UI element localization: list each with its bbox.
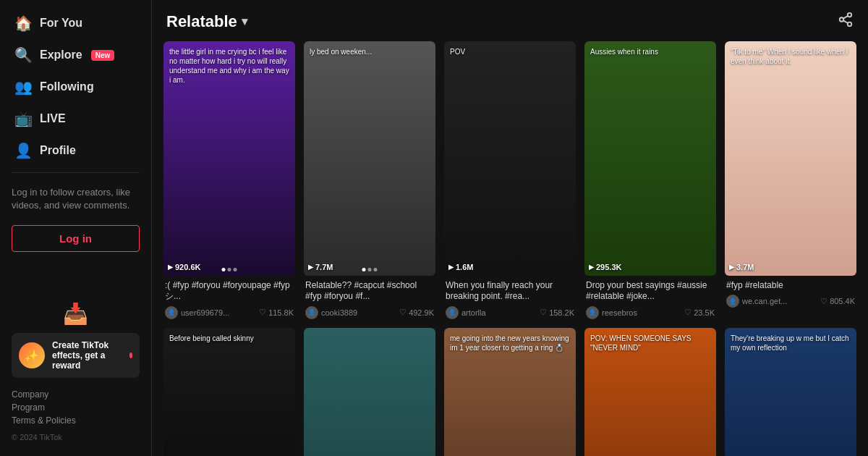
company-link[interactable]: Company <box>12 389 140 400</box>
author-name: we.can.get... <box>742 297 787 305</box>
sidebar-item-profile[interactable]: 👤 Profile <box>3 135 148 166</box>
play-icon: ▶ <box>308 263 313 271</box>
video-thumbnail: Aussies when it rains ▶ 295.3K <box>584 41 716 276</box>
video-thumbnail: "Tik to me" When I sound like when I eve… <box>725 41 856 276</box>
terms-link[interactable]: Terms & Policies <box>12 415 140 426</box>
dot <box>228 268 231 271</box>
video-author: 👤 reesebros <box>586 306 637 319</box>
video-card-9[interactable]: POV: WHEN SOMEONE SAYS "NEVER MIND" ▶ 5M <box>584 328 716 456</box>
video-meta: 👤 we.can.get... ♡ 805.4K <box>726 295 855 308</box>
play-icon: ▶ <box>168 263 173 271</box>
video-grid: the little girl in me crying bc i feel l… <box>163 41 856 456</box>
following-icon: 👥 <box>14 78 33 96</box>
video-likes: ♡ 492.9K <box>399 308 434 317</box>
video-info: Relatable?? #capcut #school #fyp #foryou… <box>304 276 435 319</box>
like-count: 492.9K <box>409 308 434 317</box>
video-overlay-text: "Tik to me" When I sound like when I eve… <box>731 47 851 66</box>
svg-line-3 <box>843 20 848 23</box>
sidebar-item-explore[interactable]: 🔍 Explore New <box>3 39 148 71</box>
video-card-1[interactable]: the little girl in me crying bc i feel l… <box>163 41 295 319</box>
sidebar: 🏠 For You 🔍 Explore New 👥 Following 📺 LI… <box>0 0 152 456</box>
video-author: 👤 user699679... <box>165 306 229 319</box>
video-description: Drop your best sayings #aussie #relatabl… <box>586 280 715 303</box>
live-icon: 📺 <box>14 110 33 127</box>
video-meta: 👤 user699679... ♡ 115.8K <box>165 306 294 319</box>
video-thumbnail: Before being called skinny ▶ 5.4M <box>163 328 295 456</box>
main-content: Relatable ▾ the little girl in me crying… <box>152 0 868 456</box>
play-count: ▶ 7.7M <box>308 263 333 271</box>
play-count: ▶ 920.6K <box>168 263 200 271</box>
play-count-value: 3.7M <box>736 263 754 271</box>
dot <box>362 268 366 271</box>
video-card-10[interactable]: They're breaking up w me but I catch my … <box>725 328 856 456</box>
sidebar-bottom: 📥 ✨ Create TikTok effects, get a reward … <box>0 266 151 449</box>
play-count: ▶ 3.7M <box>729 263 754 271</box>
effects-label: Create TikTok effects, get a reward <box>52 340 122 371</box>
dot <box>368 268 372 271</box>
video-info: :( #fyp #foryou #foryoupage #fyp シ... 👤 … <box>163 276 295 319</box>
video-description: :( #fyp #foryou #foryoupage #fyp シ... <box>165 280 294 303</box>
author-name: cooki3889 <box>321 308 357 317</box>
like-count: 805.4K <box>830 297 855 305</box>
login-button[interactable]: Log in <box>12 225 140 252</box>
video-thumbnail: me going into the new years knowing im 1… <box>444 328 576 456</box>
sidebar-item-for-you[interactable]: 🏠 For You <box>3 7 148 39</box>
svg-line-4 <box>843 16 848 19</box>
share-button[interactable] <box>838 12 854 31</box>
inbox-icon: 📥 <box>63 302 88 326</box>
effects-banner[interactable]: ✨ Create TikTok effects, get a reward <box>12 333 140 378</box>
video-overlay-text: the little girl in me crying bc i feel l… <box>169 47 289 85</box>
play-icon: ▶ <box>448 263 454 271</box>
author-name: user699679... <box>181 308 229 317</box>
heart-icon: ♡ <box>820 297 827 306</box>
video-likes: ♡ 115.8K <box>259 308 294 317</box>
author-avatar: 👤 <box>165 306 178 319</box>
video-description: When you finally reach your breaking poi… <box>446 280 574 303</box>
video-card-5[interactable]: "Tik to me" When I sound like when I eve… <box>725 41 856 319</box>
video-thumbnail: ly bed on weeken... ▶ 7.7M <box>304 41 435 276</box>
video-thumbnail: POV ▶ 1.6M <box>444 41 576 276</box>
video-author: 👤 artorlla <box>446 306 486 319</box>
like-count: 115.8K <box>268 308 294 317</box>
effects-icon: ✨ <box>19 342 45 368</box>
play-icon: ▶ <box>729 263 734 271</box>
video-card-2[interactable]: ly bed on weeken... ▶ 7.7M Relatable?? #… <box>304 41 435 319</box>
video-overlay-text: They're breaking up w me but I catch my … <box>731 334 851 352</box>
video-meta: 👤 artorlla ♡ 158.2K <box>446 306 574 319</box>
author-avatar: 👤 <box>726 295 739 308</box>
dot <box>374 268 378 271</box>
video-card-6[interactable]: Before being called skinny ▶ 5.4M <box>163 328 295 456</box>
effects-notification-dot <box>129 352 132 358</box>
video-likes: ♡ 158.2K <box>540 308 574 317</box>
like-count: 23.5K <box>694 308 715 317</box>
sidebar-item-live[interactable]: 📺 LIVE <box>3 103 148 135</box>
sidebar-item-following[interactable]: 👥 Following <box>3 71 148 103</box>
explore-icon: 🔍 <box>14 46 33 64</box>
heart-icon: ♡ <box>399 308 407 317</box>
home-icon: 🏠 <box>14 14 33 32</box>
video-likes: ♡ 23.5K <box>684 308 715 317</box>
program-link[interactable]: Program <box>12 402 140 413</box>
thumb-background <box>163 328 295 456</box>
video-card-8[interactable]: me going into the new years knowing im 1… <box>444 328 576 456</box>
video-info: When you finally reach your breaking poi… <box>444 276 576 319</box>
video-card-3[interactable]: POV ▶ 1.6M When you finally reach your b… <box>444 41 576 319</box>
video-card-7[interactable]: ▶ 14.9M <box>304 328 435 456</box>
play-count-value: 7.7M <box>315 263 333 271</box>
video-card-4[interactable]: Aussies when it rains ▶ 295.3K Drop your… <box>584 41 716 319</box>
sidebar-links: Company Program Terms & Policies © 2024 … <box>12 389 140 442</box>
dots-indicator <box>362 268 378 271</box>
video-meta: 👤 reesebros ♡ 23.5K <box>586 306 715 319</box>
dropdown-chevron-icon[interactable]: ▾ <box>242 14 247 28</box>
play-icon: ▶ <box>589 263 594 271</box>
play-count: ▶ 1.6M <box>448 263 473 271</box>
video-thumbnail: ▶ 14.9M <box>304 328 435 456</box>
profile-icon: 👤 <box>14 142 33 159</box>
heart-icon: ♡ <box>684 308 692 317</box>
dot <box>222 268 226 271</box>
video-overlay-text: Before being called skinny <box>169 334 289 343</box>
thumb-background <box>444 41 576 276</box>
dot <box>234 268 237 271</box>
video-overlay-text: Aussies when it rains <box>590 47 710 56</box>
author-avatar: 👤 <box>305 306 318 319</box>
